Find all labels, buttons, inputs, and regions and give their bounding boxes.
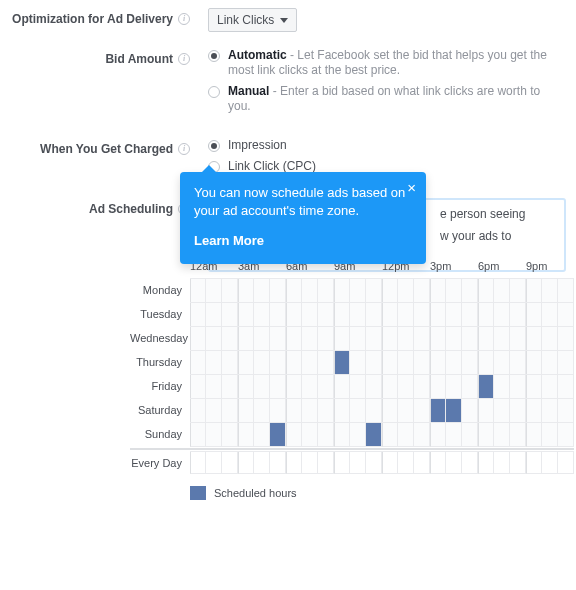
schedule-cell[interactable]: [430, 279, 446, 303]
schedule-cell[interactable]: [526, 375, 542, 399]
schedule-cell[interactable]: [190, 351, 206, 375]
schedule-cell[interactable]: [414, 452, 430, 474]
schedule-cell[interactable]: [222, 303, 238, 327]
schedule-cell[interactable]: [318, 423, 334, 447]
schedule-cell[interactable]: [430, 399, 446, 423]
schedule-cell[interactable]: [414, 375, 430, 399]
schedule-cell[interactable]: [382, 375, 398, 399]
schedule-cell[interactable]: [494, 399, 510, 423]
schedule-cell[interactable]: [350, 327, 366, 351]
schedule-cell[interactable]: [526, 452, 542, 474]
schedule-cell[interactable]: [366, 399, 382, 423]
schedule-cell[interactable]: [350, 399, 366, 423]
optimization-dropdown[interactable]: Link Clicks: [208, 8, 297, 32]
schedule-cell[interactable]: [334, 303, 350, 327]
schedule-cell[interactable]: [414, 351, 430, 375]
schedule-cell[interactable]: [238, 399, 254, 423]
schedule-cell[interactable]: [366, 375, 382, 399]
schedule-cell[interactable]: [206, 351, 222, 375]
schedule-cell[interactable]: [318, 452, 334, 474]
schedule-cell[interactable]: [222, 399, 238, 423]
schedule-cell[interactable]: [542, 279, 558, 303]
schedule-cell[interactable]: [382, 423, 398, 447]
schedule-cell[interactable]: [526, 327, 542, 351]
schedule-cell[interactable]: [510, 279, 526, 303]
schedule-cell[interactable]: [318, 279, 334, 303]
schedule-cell[interactable]: [366, 327, 382, 351]
schedule-cell[interactable]: [382, 399, 398, 423]
schedule-cell[interactable]: [270, 423, 286, 447]
schedule-cell[interactable]: [446, 351, 462, 375]
schedule-cell[interactable]: [286, 351, 302, 375]
schedule-cell[interactable]: [478, 452, 494, 474]
schedule-cell[interactable]: [350, 303, 366, 327]
schedule-cell[interactable]: [526, 279, 542, 303]
schedule-cell[interactable]: [334, 399, 350, 423]
schedule-cell[interactable]: [510, 303, 526, 327]
schedule-cell[interactable]: [494, 279, 510, 303]
schedule-cell[interactable]: [446, 279, 462, 303]
schedule-cell[interactable]: [270, 452, 286, 474]
schedule-cell[interactable]: [382, 351, 398, 375]
schedule-cell[interactable]: [414, 327, 430, 351]
schedule-cell[interactable]: [478, 327, 494, 351]
schedule-cell[interactable]: [302, 279, 318, 303]
schedule-cell[interactable]: [206, 279, 222, 303]
schedule-cell[interactable]: [222, 279, 238, 303]
schedule-cell[interactable]: [286, 279, 302, 303]
schedule-cell[interactable]: [462, 375, 478, 399]
schedule-cell[interactable]: [286, 452, 302, 474]
schedule-cell[interactable]: [398, 399, 414, 423]
schedule-cell[interactable]: [190, 375, 206, 399]
schedule-cell[interactable]: [494, 327, 510, 351]
schedule-cell[interactable]: [494, 351, 510, 375]
schedule-cell[interactable]: [270, 399, 286, 423]
schedule-cell[interactable]: [254, 351, 270, 375]
schedule-cell[interactable]: [558, 375, 574, 399]
schedule-cell[interactable]: [494, 423, 510, 447]
schedule-cell[interactable]: [254, 327, 270, 351]
schedule-cell[interactable]: [478, 279, 494, 303]
schedule-cell[interactable]: [190, 452, 206, 474]
schedule-cell[interactable]: [462, 452, 478, 474]
schedule-cell[interactable]: [302, 303, 318, 327]
schedule-cell[interactable]: [190, 279, 206, 303]
schedule-cell[interactable]: [558, 303, 574, 327]
schedule-cell[interactable]: [238, 452, 254, 474]
schedule-cell[interactable]: [350, 279, 366, 303]
schedule-cell[interactable]: [286, 375, 302, 399]
learn-more-link[interactable]: Learn More: [194, 232, 412, 250]
schedule-cell[interactable]: [270, 351, 286, 375]
schedule-cell[interactable]: [510, 452, 526, 474]
schedule-cell[interactable]: [190, 303, 206, 327]
schedule-cell[interactable]: [542, 351, 558, 375]
schedule-cell[interactable]: [222, 423, 238, 447]
schedule-cell[interactable]: [446, 327, 462, 351]
schedule-cell[interactable]: [478, 303, 494, 327]
schedule-cell[interactable]: [270, 279, 286, 303]
schedule-cell[interactable]: [430, 375, 446, 399]
schedule-cell[interactable]: [494, 303, 510, 327]
schedule-cell[interactable]: [462, 279, 478, 303]
schedule-cell[interactable]: [190, 327, 206, 351]
bid-automatic-radio[interactable]: [208, 50, 220, 62]
close-icon[interactable]: ×: [407, 180, 416, 195]
schedule-cell[interactable]: [286, 399, 302, 423]
schedule-cell[interactable]: [238, 279, 254, 303]
schedule-cell[interactable]: [286, 423, 302, 447]
schedule-cell[interactable]: [382, 327, 398, 351]
schedule-cell[interactable]: [350, 452, 366, 474]
schedule-cell[interactable]: [318, 327, 334, 351]
schedule-cell[interactable]: [542, 303, 558, 327]
schedule-cell[interactable]: [286, 327, 302, 351]
schedule-cell[interactable]: [430, 351, 446, 375]
schedule-cell[interactable]: [398, 452, 414, 474]
schedule-cell[interactable]: [510, 399, 526, 423]
schedule-cell[interactable]: [382, 303, 398, 327]
schedule-cell[interactable]: [430, 423, 446, 447]
schedule-cell[interactable]: [206, 423, 222, 447]
schedule-cell[interactable]: [222, 351, 238, 375]
schedule-cell[interactable]: [222, 327, 238, 351]
schedule-cell[interactable]: [462, 423, 478, 447]
schedule-cell[interactable]: [558, 351, 574, 375]
